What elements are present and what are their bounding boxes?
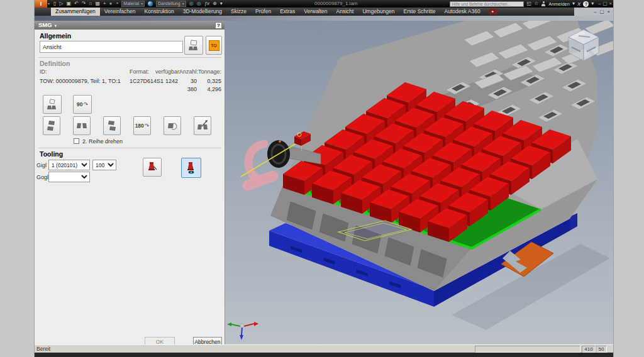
default-arrangement-button[interactable] xyxy=(43,95,62,114)
tab-erste-schritte[interactable]: Erste Schritte xyxy=(399,8,440,16)
offset-blocks-icon xyxy=(106,119,118,132)
allgemein-heading: Allgemein xyxy=(40,32,71,40)
tab-zusammenfuegen[interactable]: Zusammenfügen xyxy=(51,8,100,16)
maximize-button[interactable]: ▢ xyxy=(603,0,608,8)
divider xyxy=(38,57,221,58)
gigl-select[interactable]: 1 (020101) xyxy=(48,160,90,170)
rotate-second-row-checkbox[interactable] xyxy=(74,138,79,144)
row1-tonnage-value: 0,325 xyxy=(195,78,221,84)
sign-in-dropdown-icon[interactable]: ▾ xyxy=(572,0,575,8)
stamp-blocks-icon xyxy=(46,98,58,111)
rotate-block-button[interactable] xyxy=(164,116,181,135)
ribbon-tab-bar: Zusammenfügen Vereinfachen Konstruktion … xyxy=(35,8,613,16)
sign-in-button[interactable]: Anmelden xyxy=(548,1,570,7)
close-button[interactable]: × xyxy=(609,0,612,8)
col-tonnage-label: Tonnage: xyxy=(194,69,221,75)
dialog-help-button[interactable]: ? xyxy=(215,22,222,29)
app-window: I ▾ ▯ ▷ ▣ ↶ ↷ ⌂ ▦ + ● ◔ Material ▾ Darst… xyxy=(35,0,613,357)
insert-image-icon[interactable]: ▦ xyxy=(95,0,100,8)
titlebar-right-cluster: ◱ ☆ Anmelden ▾ X ? ▾ – ▢ × xyxy=(450,0,612,8)
toolbar-overflow-icon[interactable]: ▾ xyxy=(220,0,223,8)
gogl-label: Gogl xyxy=(36,174,48,180)
gogl-select[interactable] xyxy=(48,172,90,182)
window-controls: – ▢ × xyxy=(598,0,612,8)
add-icon[interactable]: + xyxy=(103,0,106,8)
user-icon[interactable] xyxy=(541,1,546,6)
exchange-apps-icon[interactable]: X xyxy=(577,1,580,7)
undo-icon[interactable]: ↶ xyxy=(74,0,79,8)
quick-access-toolbar: ▯ ▷ ▣ ↶ ↷ ⌂ ▦ + ● ◔ Material ▾ Darstellu… xyxy=(53,0,223,8)
rotate-90-button[interactable]: 90↷ xyxy=(73,95,92,114)
offset-rows-left-button[interactable] xyxy=(43,116,60,135)
save-icon[interactable]: ▣ xyxy=(67,0,72,8)
viewport-3d[interactable] xyxy=(225,21,613,344)
appearance-combobox-value: Darstellung xyxy=(158,1,180,6)
pair-blocks-button[interactable] xyxy=(73,116,91,135)
apply-view-button[interactable] xyxy=(184,36,203,55)
inventor-app-button[interactable]: I xyxy=(35,0,47,8)
zoom-out-icon[interactable]: ◎ xyxy=(197,0,201,8)
pair-blocks-icon xyxy=(76,119,87,132)
appearance-combobox[interactable]: Darstellung ▾ xyxy=(156,1,186,7)
help-search-input[interactable] xyxy=(450,1,524,7)
view-name-input[interactable] xyxy=(40,41,183,53)
parameters-fx-icon[interactable]: ƒx xyxy=(204,0,209,8)
appearance-sphere-icon[interactable] xyxy=(148,1,153,6)
move-blocks-icon xyxy=(197,119,208,132)
update-icon[interactable]: ● xyxy=(109,0,113,8)
tab-extras[interactable]: Extras xyxy=(275,8,299,16)
screencast-video-icon[interactable]: ▸ xyxy=(489,9,497,14)
move-blocks-button[interactable] xyxy=(194,116,211,135)
tab-pruefen[interactable]: Prüfen xyxy=(251,8,275,16)
new-file-icon[interactable]: ▯ xyxy=(53,0,56,8)
row1-count-value: 30 xyxy=(179,78,197,84)
share-icon[interactable]: ◱ xyxy=(526,0,531,8)
offset-rows-right-button[interactable] xyxy=(103,116,121,135)
rotate-90-label: 90 xyxy=(77,101,82,107)
red-tool-eye-icon xyxy=(185,162,197,174)
row1-id-value: TOW: 0000009879, Teil: 1, TO:1 xyxy=(40,78,121,84)
to-button[interactable]: TO xyxy=(206,36,222,55)
favorites-star-icon[interactable]: ☆ xyxy=(534,0,538,8)
stamp-blocks-icon xyxy=(187,39,200,52)
edit-tooling-button[interactable] xyxy=(143,158,162,177)
measure-icon[interactable]: ⊕ xyxy=(213,0,217,8)
help-icon[interactable]: ? xyxy=(583,1,589,7)
smg-dialog-header[interactable]: SMG▾ xyxy=(35,21,225,30)
tooling-heading: Tooling xyxy=(40,150,63,158)
web-icon[interactable]: ◔ xyxy=(115,0,118,8)
minimize-button[interactable]: – xyxy=(598,0,601,8)
tab-umgebungen[interactable]: Umgebungen xyxy=(358,8,399,16)
tab-konstruktion[interactable]: Konstruktion xyxy=(140,8,178,16)
gigl-extra-select[interactable]: 100 xyxy=(92,160,116,170)
offset-blocks-icon xyxy=(46,119,57,132)
definition-heading: Definition xyxy=(40,60,70,67)
help-dropdown-icon[interactable]: ▾ xyxy=(591,0,594,8)
doc-minimize-button[interactable]: – xyxy=(594,8,596,16)
open-file-icon[interactable]: ▷ xyxy=(59,0,63,8)
status-count-1: 410 xyxy=(582,346,596,353)
rotate-180-label: 180 xyxy=(135,123,144,129)
doc-close-button[interactable]: × xyxy=(608,8,610,16)
tab-skizze[interactable]: Skizze xyxy=(226,8,251,16)
smg-dialog-title: SMG xyxy=(38,21,52,28)
material-combobox-value: Material xyxy=(123,1,139,6)
tab-autodesk-a360[interactable]: Autodesk A360 xyxy=(440,8,485,16)
tab-vereinfachen[interactable]: Vereinfachen xyxy=(100,8,140,16)
chevron-down-icon: ▾ xyxy=(55,24,57,28)
rotate-180-button[interactable]: 180↷ xyxy=(133,116,151,135)
home-icon[interactable]: ⌂ xyxy=(89,0,92,8)
zoom-in-icon[interactable]: ◎ xyxy=(189,0,194,8)
divider xyxy=(38,148,221,148)
doc-restore-button[interactable]: ▢ xyxy=(600,8,604,16)
tab-ansicht[interactable]: Ansicht xyxy=(332,8,358,16)
scene-canvas[interactable] xyxy=(225,21,613,344)
redo-icon[interactable]: ↷ xyxy=(82,0,86,8)
material-combobox[interactable]: Material ▾ xyxy=(121,1,145,7)
app-menu-arrow-icon[interactable]: ▾ xyxy=(48,1,50,6)
tab-verwalten[interactable]: Verwalten xyxy=(299,8,331,16)
show-tooling-button[interactable] xyxy=(181,158,201,178)
tab-3d-modellierung[interactable]: 3D-Modellierung xyxy=(179,8,226,16)
red-tool-pencil-icon xyxy=(146,161,158,173)
status-ready-text: Bereit xyxy=(36,346,50,352)
